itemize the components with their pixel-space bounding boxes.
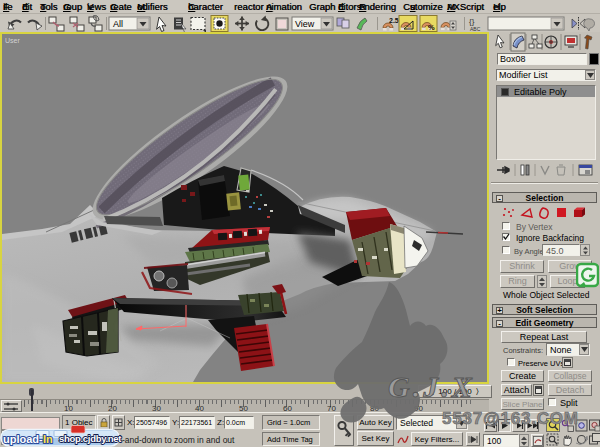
svg-text:In: In bbox=[43, 433, 53, 445]
svg-text:%: % bbox=[428, 23, 435, 32]
svg-text:All: All bbox=[113, 19, 123, 29]
svg-text:shop.cjdby.net: shop.cjdby.net bbox=[59, 433, 122, 444]
svg-text:2.5: 2.5 bbox=[389, 17, 399, 24]
svg-text:upload-: upload- bbox=[3, 433, 43, 445]
svg-text:5537@163.COM: 5537@163.COM bbox=[442, 409, 579, 428]
svg-text:View: View bbox=[295, 19, 315, 29]
svg-text:G.J.X: G.J.X bbox=[388, 370, 475, 403]
svg-text:ABC: ABC bbox=[470, 26, 481, 32]
